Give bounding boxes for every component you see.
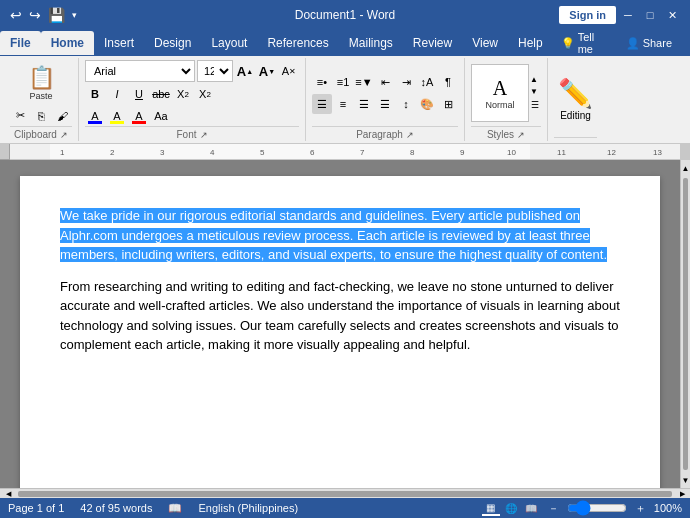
tab-references[interactable]: References (257, 31, 338, 55)
h-scroll-thumb[interactable] (18, 491, 672, 497)
scroll-thumb[interactable] (683, 178, 688, 470)
document-page: We take pride in our rigorous editorial … (20, 176, 660, 488)
svg-rect-1 (50, 144, 530, 159)
tab-home[interactable]: Home (41, 31, 94, 55)
format-painter-button[interactable]: 🖌 (52, 106, 72, 126)
increase-indent-button[interactable]: ⇥ (396, 72, 416, 92)
maximize-button[interactable]: □ (640, 5, 660, 25)
copy-button[interactable]: ⎘ (31, 106, 51, 126)
align-center-button[interactable]: ≡ (333, 94, 353, 114)
decrease-indent-button[interactable]: ⇤ (375, 72, 395, 92)
borders-button[interactable]: ⊞ (438, 94, 458, 114)
scroll-right-button[interactable]: ▶ (674, 489, 690, 499)
superscript-button[interactable]: X2 (195, 84, 215, 104)
zoom-slider[interactable] (567, 503, 627, 513)
save-button[interactable]: 💾 (46, 5, 67, 25)
clipboard-group: 📋 Paste ✂ ⎘ 🖌 Clipboard ↗ (4, 58, 79, 141)
font-color-button[interactable]: A (129, 106, 149, 126)
svg-text:12: 12 (607, 148, 616, 157)
paragraph-label: Paragraph ↗ (312, 126, 458, 141)
horizontal-scrollbar[interactable]: ◀ ▶ (0, 488, 690, 498)
styles-expand-button[interactable]: ☰ (529, 98, 541, 112)
sign-in-button[interactable]: Sign in (559, 6, 616, 24)
strikethrough-button[interactable]: abc (151, 84, 171, 104)
print-layout-button[interactable]: ▦ (482, 500, 500, 516)
tab-mailings[interactable]: Mailings (339, 31, 403, 55)
align-right-button[interactable]: ☰ (354, 94, 374, 114)
italic-button[interactable]: I (107, 84, 127, 104)
language: English (Philippines) (198, 502, 298, 514)
multilevel-button[interactable]: ≡▼ (354, 72, 374, 92)
highlight-color-button[interactable]: A (107, 106, 127, 126)
paste-area: 📋 Paste ✂ ⎘ 🖌 (10, 61, 72, 126)
clipboard-expander[interactable]: ↗ (60, 130, 68, 140)
tab-help[interactable]: Help (508, 31, 553, 55)
zoom-out-button[interactable]: － (548, 501, 559, 516)
dropdown-button[interactable]: ▾ (70, 8, 79, 22)
svg-text:5: 5 (260, 148, 265, 157)
styles-scroll-up[interactable]: ▲ (529, 74, 541, 85)
sort-button[interactable]: ↕A (417, 72, 437, 92)
tab-view[interactable]: View (462, 31, 508, 55)
align-left-button[interactable]: ☰ (312, 94, 332, 114)
vertical-scrollbar[interactable]: ▲ ▼ (680, 160, 690, 488)
paragraph-1: We take pride in our rigorous editorial … (60, 206, 620, 265)
text-effects-button[interactable]: A (85, 106, 105, 126)
editing-icon: ✏️ (558, 77, 593, 110)
styles-expander[interactable]: ↗ (517, 130, 525, 140)
view-buttons: ▦ 🌐 📖 (482, 500, 540, 516)
tab-file[interactable]: File (0, 31, 41, 55)
window-controls: Sign in ─ □ ✕ (559, 5, 682, 25)
paragraph-group: ≡• ≡1 ≡▼ ⇤ ⇥ ↕A ¶ ☰ ≡ ☰ ☰ ↕ 🎨 (306, 58, 465, 141)
svg-text:8: 8 (410, 148, 415, 157)
justify-button[interactable]: ☰ (375, 94, 395, 114)
scroll-down-button[interactable]: ▼ (681, 472, 690, 488)
zoom-in-button[interactable]: ＋ (635, 501, 646, 516)
normal-style-button[interactable]: A Normal (471, 64, 529, 122)
grow-font-button[interactable]: A▲ (235, 61, 255, 81)
redo-button[interactable]: ↪ (27, 5, 43, 25)
tab-layout[interactable]: Layout (201, 31, 257, 55)
close-button[interactable]: ✕ (662, 5, 682, 25)
clear-format-button[interactable]: A✕ (279, 61, 299, 81)
styles-scroll-down[interactable]: ▼ (529, 86, 541, 97)
proofread-icon: 📖 (168, 502, 182, 515)
subscript-button[interactable]: X2 (173, 84, 193, 104)
document-scroll-area[interactable]: We take pride in our rigorous editorial … (0, 160, 680, 488)
font-expander[interactable]: ↗ (200, 130, 208, 140)
underline-button[interactable]: U (129, 84, 149, 104)
selected-text: We take pride in our rigorous editorial … (60, 208, 607, 262)
bullets-button[interactable]: ≡• (312, 72, 332, 92)
line-spacing-button[interactable]: ↕ (396, 94, 416, 114)
svg-text:9: 9 (460, 148, 465, 157)
scroll-up-button[interactable]: ▲ (681, 160, 690, 176)
status-right: ▦ 🌐 📖 － ＋ 100% (482, 500, 682, 516)
bold-button[interactable]: B (85, 84, 105, 104)
font-size-selector[interactable]: 12 (197, 60, 233, 82)
numbering-button[interactable]: ≡1 (333, 72, 353, 92)
styles-group: A Normal ▲ ▼ ☰ Styles ↗ (465, 58, 548, 141)
shading-button[interactable]: 🎨 (417, 94, 437, 114)
font-name-selector[interactable]: Arial (85, 60, 195, 82)
ribbon-tabs-row: File Home Insert Design Layout Reference… (0, 30, 690, 56)
scroll-left-button[interactable]: ◀ (0, 489, 16, 499)
cut-button[interactable]: ✂ (10, 106, 30, 126)
svg-text:11: 11 (557, 148, 566, 157)
share-icon: 👤 (626, 37, 640, 50)
share-button[interactable]: 👤 Share (616, 34, 682, 53)
web-view-button[interactable]: 🌐 (502, 500, 520, 516)
show-marks-button[interactable]: ¶ (438, 72, 458, 92)
read-mode-button[interactable]: 📖 (522, 500, 540, 516)
paste-button[interactable]: 📋 Paste (19, 61, 63, 105)
undo-button[interactable]: ↩ (8, 5, 24, 25)
shrink-font-button[interactable]: A▼ (257, 61, 277, 81)
paragraph-expander[interactable]: ↗ (406, 130, 414, 140)
tab-insert[interactable]: Insert (94, 31, 144, 55)
quick-access-toolbar: ↩ ↪ 💾 ▾ (8, 5, 79, 25)
editing-button[interactable]: ✏️ Editing (554, 73, 597, 125)
font-case-button[interactable]: Aa (151, 106, 171, 126)
tab-review[interactable]: Review (403, 31, 462, 55)
minimize-button[interactable]: ─ (618, 5, 638, 25)
tell-me-button[interactable]: 💡 Tell me (553, 28, 610, 58)
tab-design[interactable]: Design (144, 31, 201, 55)
